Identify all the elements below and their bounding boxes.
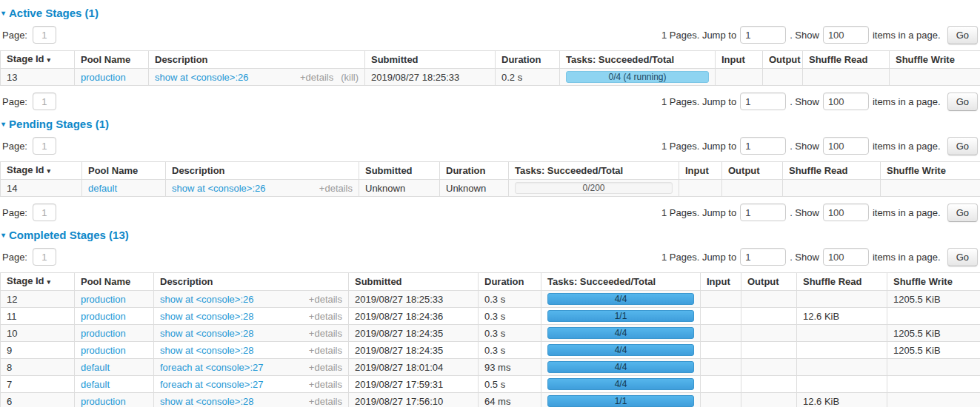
pool-name-link[interactable]: default [81, 379, 110, 390]
description-link[interactable]: show at <console>:26 [160, 294, 253, 305]
tasks-cell: 1/1 [541, 308, 701, 325]
section-header[interactable]: ▾ Completed Stages (13) [1, 229, 980, 241]
column-header-duration[interactable]: Duration [479, 273, 541, 291]
page-number-input[interactable] [33, 248, 56, 266]
column-header-description[interactable]: Description [166, 162, 359, 180]
page-number-input[interactable] [33, 26, 56, 44]
show-label: . Show [790, 96, 819, 107]
description-link[interactable]: show at <console>:28 [160, 328, 253, 339]
items-per-page-input[interactable] [823, 26, 869, 44]
description-link[interactable]: show at <console>:28 [160, 396, 253, 407]
go-button[interactable]: Go [947, 248, 978, 266]
column-header-output[interactable]: Output [741, 273, 797, 291]
go-button[interactable]: Go [947, 92, 978, 111]
go-button[interactable]: Go [947, 26, 978, 44]
details-toggle[interactable]: +details [309, 328, 342, 339]
submitted-cell: 2019/08/27 18:24:36 [349, 308, 479, 325]
pool-name-cell: default [82, 180, 166, 197]
details-toggle[interactable]: +details [309, 379, 342, 390]
column-header-input[interactable]: Input [701, 273, 741, 291]
column-header-stage-id[interactable]: Stage Id▾ [1, 162, 82, 180]
jump-to-page-input[interactable] [740, 92, 786, 110]
go-button[interactable]: Go [947, 204, 978, 222]
column-header-label: Pool Name [81, 276, 130, 287]
column-header-input[interactable]: Input [716, 51, 763, 69]
kill-link[interactable]: (kill) [341, 72, 359, 83]
pool-name-link[interactable]: production [81, 294, 126, 305]
details-toggle[interactable]: +details [319, 183, 353, 194]
column-header-description[interactable]: Description [154, 273, 349, 291]
column-header-label: Submitted [365, 165, 413, 176]
column-header-shuffle-read[interactable]: Shuffle Read [783, 162, 881, 180]
column-header-tasks-succeeded-total[interactable]: Tasks: Succeeded/Total [560, 51, 716, 69]
column-header-description[interactable]: Description [149, 51, 365, 69]
page-number-input[interactable] [33, 204, 56, 221]
pool-name-link[interactable]: production [81, 311, 126, 322]
column-header-tasks-succeeded-total[interactable]: Tasks: Succeeded/Total [541, 273, 701, 291]
details-toggle[interactable]: +details [309, 294, 342, 305]
items-per-page-input[interactable] [823, 137, 869, 155]
column-header-stage-id[interactable]: Stage Id▾ [1, 273, 75, 291]
output-cell [741, 393, 797, 407]
details-toggle[interactable]: +details [309, 362, 342, 373]
column-header-stage-id[interactable]: Stage Id▾ [1, 51, 75, 69]
description-link[interactable]: show at <console>:28 [160, 311, 253, 322]
pool-name-link[interactable]: default [88, 183, 117, 194]
duration-cell: 0.3 s [479, 308, 541, 325]
jump-to-page-input[interactable] [740, 248, 786, 266]
shuffle-write-cell [887, 376, 980, 393]
jump-to-page-input[interactable] [740, 137, 786, 155]
column-header-pool-name[interactable]: Pool Name [75, 51, 149, 69]
details-toggle[interactable]: +details [309, 396, 342, 407]
page-number-input[interactable] [33, 137, 56, 155]
column-header-input[interactable]: Input [679, 162, 722, 180]
duration-cell: 0.3 s [479, 291, 541, 308]
stage-id-cell: 7 [1, 376, 75, 393]
column-header-tasks-succeeded-total[interactable]: Tasks: Succeeded/Total [509, 162, 679, 180]
shuffle-read-cell [797, 291, 887, 308]
details-toggle[interactable]: +details [309, 311, 342, 322]
pool-name-link[interactable]: production [81, 345, 126, 356]
shuffle-write-cell [881, 180, 980, 197]
go-button[interactable]: Go [947, 137, 978, 155]
details-toggle[interactable]: +details [309, 345, 342, 356]
description-link[interactable]: foreach at <console>:27 [160, 362, 264, 373]
section-header[interactable]: ▾ Active Stages (1) [1, 7, 980, 19]
column-header-output[interactable]: Output [763, 51, 803, 69]
page-number-input[interactable] [33, 92, 56, 110]
column-header-output[interactable]: Output [722, 162, 783, 180]
description-link[interactable]: foreach at <console>:27 [160, 379, 264, 390]
items-label: items in a page. [873, 207, 941, 218]
tasks-progress-bar: 4/4 [547, 361, 694, 373]
jump-to-page-input[interactable] [740, 204, 786, 221]
column-header-pool-name[interactable]: Pool Name [75, 273, 154, 291]
section-header[interactable]: ▾ Pending Stages (1) [1, 118, 980, 130]
column-header-duration[interactable]: Duration [496, 51, 560, 69]
items-label: items in a page. [873, 30, 941, 41]
page-label: Page: [2, 252, 27, 263]
column-header-shuffle-write[interactable]: Shuffle Write [890, 51, 980, 69]
items-per-page-input[interactable] [823, 92, 869, 110]
description-link[interactable]: show at <console>:28 [160, 345, 253, 356]
column-header-pool-name[interactable]: Pool Name [82, 162, 166, 180]
pool-name-link[interactable]: production [81, 396, 126, 407]
items-per-page-input[interactable] [823, 204, 869, 221]
column-header-shuffle-read[interactable]: Shuffle Read [803, 51, 890, 69]
description-link[interactable]: show at <console>:26 [155, 72, 248, 83]
column-header-shuffle-write[interactable]: Shuffle Write [881, 162, 980, 180]
column-header-submitted[interactable]: Submitted [359, 162, 440, 180]
column-header-shuffle-read[interactable]: Shuffle Read [797, 273, 887, 291]
jump-to-page-input[interactable] [740, 26, 786, 44]
input-cell [701, 308, 741, 325]
items-per-page-input[interactable] [823, 248, 869, 266]
column-header-submitted[interactable]: Submitted [349, 273, 479, 291]
description-link[interactable]: show at <console>:26 [172, 183, 265, 194]
column-header-shuffle-write[interactable]: Shuffle Write [887, 273, 980, 291]
pool-name-link[interactable]: production [81, 72, 126, 83]
column-header-submitted[interactable]: Submitted [365, 51, 496, 69]
pool-name-link[interactable]: production [81, 328, 126, 339]
submitted-cell: 2019/08/27 18:01:04 [349, 359, 479, 376]
pool-name-link[interactable]: default [81, 362, 110, 373]
column-header-duration[interactable]: Duration [440, 162, 509, 180]
details-toggle[interactable]: +details [300, 72, 333, 83]
